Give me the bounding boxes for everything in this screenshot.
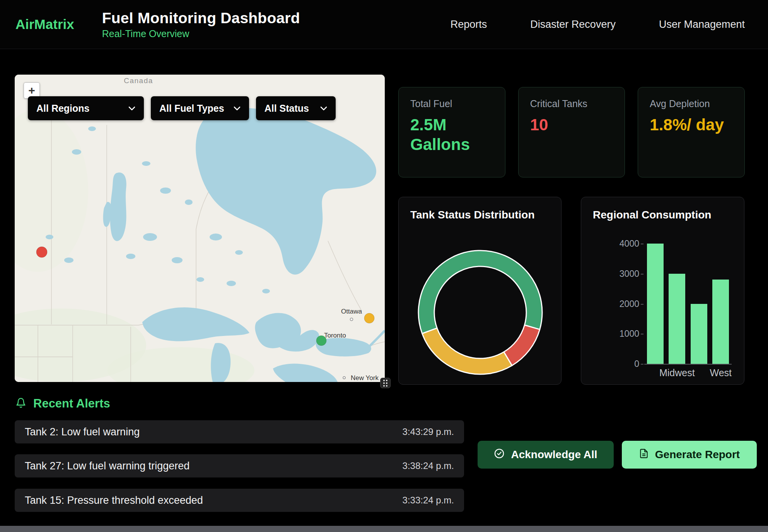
regional-consumption-chart: 01000200030004000MidwestWest	[581, 234, 745, 381]
nav-reports[interactable]: Reports	[451, 19, 487, 31]
map-panel[interactable]: Canada Ottawa Toronto New York + All Reg…	[15, 75, 385, 382]
y-axis-tick: 2000	[581, 299, 639, 309]
y-axis-tick: 1000	[581, 329, 639, 339]
alert-row[interactable]: Tank 27: Low fuel warning triggered 3:38…	[15, 454, 464, 477]
chevron-down-icon	[128, 106, 135, 111]
regional-consumption-title: Regional Consumption	[593, 209, 732, 221]
map-label-toronto: Toronto	[324, 332, 346, 339]
alert-message: Tank 2: Low fuel warning	[25, 426, 140, 438]
alert-row[interactable]: Tank 2: Low fuel warning 3:43:29 p.m.	[15, 420, 464, 443]
map-label-ottawa: Ottawa	[341, 308, 362, 315]
y-axis-tick: 4000	[581, 239, 639, 249]
generate-report-label: Generate Report	[655, 448, 740, 461]
regions-filter-value: All Regions	[36, 103, 90, 114]
alert-timestamp: 3:43:29 p.m.	[403, 426, 454, 437]
horizontal-scrollbar[interactable]	[0, 526, 768, 532]
tank-status-title: Tank Status Distribution	[410, 209, 550, 221]
stat-value: 2.5M Gallons	[410, 115, 493, 154]
tank-marker-critical[interactable]	[36, 247, 47, 257]
page-subtitle: Real-Time Overview	[102, 28, 300, 39]
stat-card-total-fuel: Total Fuel 2.5M Gallons	[398, 87, 505, 177]
consumption-bar-0	[647, 244, 664, 364]
x-axis-label: Midwest	[652, 367, 702, 379]
page-title: Fuel Monitoring Dashboard	[102, 10, 300, 27]
tank-marker-warning[interactable]	[364, 313, 374, 323]
tank-marker-normal[interactable]	[316, 336, 326, 346]
map-filters: All Regions All Fuel Types All Status	[28, 96, 336, 120]
main-nav: Reports Disaster Recovery User Managemen…	[451, 19, 753, 31]
map-town-dot	[350, 318, 353, 321]
alert-message: Tank 27: Low fuel warning triggered	[25, 460, 189, 472]
y-axis-tick-mark	[641, 304, 643, 305]
chevron-down-icon	[234, 106, 241, 111]
stat-label: Avg Depletion	[650, 98, 733, 109]
y-axis-tick-mark	[641, 244, 643, 244]
fuel-types-filter-dropdown[interactable]: All Fuel Types	[151, 96, 249, 120]
consumption-bar-2	[691, 304, 707, 364]
stat-value: 10	[530, 115, 613, 135]
stat-value: 1.8%/ day	[650, 115, 733, 135]
acknowledge-all-button[interactable]: Acknowledge All	[478, 441, 614, 469]
recent-alerts-header: Recent Alerts	[15, 397, 110, 411]
donut-segment-red-critical	[504, 325, 540, 366]
alert-timestamp: 3:33:24 p.m.	[403, 495, 454, 506]
alert-message: Tank 15: Pressure threshold exceeded	[25, 494, 203, 506]
fuel-monitoring-dashboard: AirMatrix Fuel Monitoring Dashboard Real…	[0, 0, 768, 532]
brand-logo[interactable]: AirMatrix	[15, 17, 74, 32]
stat-label: Total Fuel	[410, 98, 493, 109]
stat-card-critical-tanks: Critical Tanks 10	[518, 87, 625, 177]
recent-alerts-heading: Recent Alerts	[33, 397, 110, 411]
resize-grip-icon[interactable]	[380, 378, 391, 388]
stat-cards: Total Fuel 2.5M Gallons Critical Tanks 1…	[398, 87, 745, 177]
y-axis-tick-mark	[641, 334, 643, 334]
x-axis-line	[644, 364, 732, 365]
generate-report-button[interactable]: Generate Report	[622, 441, 757, 469]
y-axis-tick: 0	[581, 359, 639, 369]
alert-timestamp: 3:38:24 p.m.	[403, 460, 454, 471]
map-label-canada: Canada	[124, 77, 153, 85]
donut-segment-yellow-warning	[422, 328, 512, 374]
y-axis-tick-mark	[641, 274, 643, 275]
map-label-new-york: New York	[351, 374, 379, 382]
map-town-dot	[343, 377, 345, 379]
check-circle-icon	[494, 448, 505, 462]
y-axis-tick: 3000	[581, 269, 639, 279]
status-filter-value: All Status	[265, 103, 309, 114]
fuel-types-filter-value: All Fuel Types	[159, 103, 224, 114]
stat-label: Critical Tanks	[530, 98, 613, 109]
map-canvas: Canada Ottawa Toronto New York	[15, 75, 385, 382]
stat-card-avg-depletion: Avg Depletion 1.8%/ day	[638, 87, 745, 177]
bell-icon	[15, 397, 26, 410]
y-axis-tick-mark	[641, 364, 643, 365]
nav-disaster-recovery[interactable]: Disaster Recovery	[530, 19, 616, 31]
consumption-bar-1	[669, 274, 685, 364]
nav-user-management[interactable]: User Management	[659, 19, 745, 31]
tank-status-card: Tank Status Distribution	[398, 197, 561, 385]
regional-consumption-card: Regional Consumption 01000200030004000Mi…	[581, 197, 744, 385]
donut-segment-green-normal	[418, 251, 542, 334]
chevron-down-icon	[320, 106, 327, 111]
x-axis-label: West	[696, 367, 746, 379]
status-filter-dropdown[interactable]: All Status	[256, 96, 336, 120]
acknowledge-all-label: Acknowledge All	[511, 448, 597, 461]
tank-status-donut	[415, 247, 546, 378]
regions-filter-dropdown[interactable]: All Regions	[28, 96, 144, 120]
app-header: AirMatrix Fuel Monitoring Dashboard Real…	[0, 0, 768, 49]
consumption-bar-3	[712, 280, 729, 364]
report-document-icon	[639, 448, 649, 462]
title-block: Fuel Monitoring Dashboard Real-Time Over…	[102, 10, 300, 39]
alert-row[interactable]: Tank 15: Pressure threshold exceeded 3:3…	[15, 489, 464, 512]
